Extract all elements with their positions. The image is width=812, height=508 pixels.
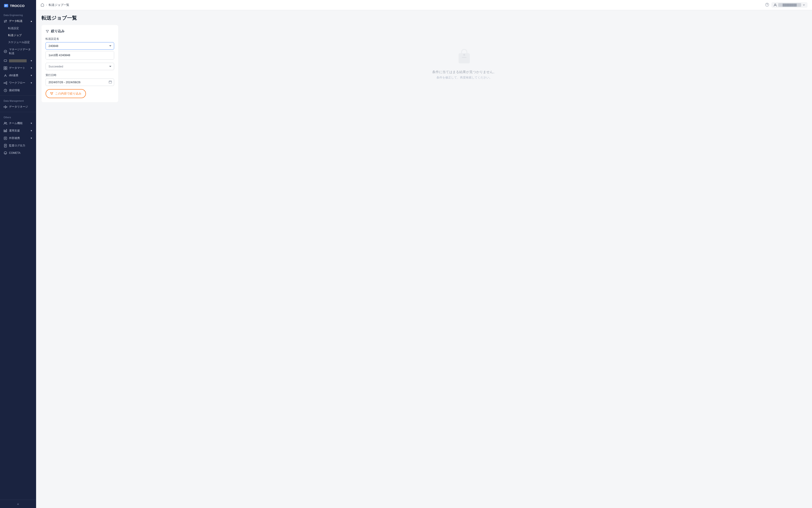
empty-state: 条件に当てはまる結果が見つかりません。 条件を修正して、再度検索してください。 [122,25,807,102]
audit-icon [4,144,7,147]
sidebar-item-transfer-settings[interactable]: 転送設定 [0,25,36,32]
svg-rect-28 [462,57,466,58]
sidebar-item-external[interactable]: 外部連携 ▼ [0,134,36,142]
sidebar-label-transfer-jobs: 転送ジョブ [8,33,22,37]
sidebar-collapse-button[interactable]: « [0,500,36,508]
transfer-icon [4,19,7,23]
sidebar-item-connection[interactable]: 接続情報 [0,87,36,94]
svg-point-24 [775,4,776,5]
svg-rect-6 [6,68,7,70]
svg-point-21 [4,152,7,154]
svg-point-15 [6,122,7,123]
filter-button-label: この内容で絞り込み [55,92,81,96]
execution-date-input[interactable] [46,79,114,86]
sidebar-label-dbt: dbt連携 [9,74,18,77]
connection-icon [4,89,7,92]
sidebar-item-datamart[interactable]: データマート ▼ [0,64,36,72]
chevron-up-icon: ▲ [30,20,33,22]
svg-point-27 [463,54,465,56]
sidebar-label-workflow: ワークフロー [9,81,25,85]
user-menu[interactable]: ████████ [771,2,808,8]
filter-icon [46,30,49,33]
user-chevron-icon [803,4,805,6]
section-data-management: Data Management [0,97,36,103]
sidebar-item-cometa[interactable]: COMETA [0,149,36,157]
sidebar-item-team[interactable]: チーム機能 ▼ [0,120,36,127]
managed-icon [4,50,7,53]
sidebar-label-lineage: データリネージ [9,105,28,109]
svg-point-8 [6,82,7,83]
filter-button[interactable]: この内容で絞り込み [46,89,86,98]
dropdown-suggestions: 1on3用 #240848 [46,51,114,59]
empty-subtitle: 条件を修正して、再度検索してください。 [436,76,492,80]
svg-point-14 [4,122,6,123]
breadcrumb-home[interactable] [41,3,44,7]
section-data-engineering: Data Engineering [0,11,36,17]
chevron-down-icon: ▼ [30,59,33,62]
help-icon [765,3,769,7]
chevron-down-icon-team: ▼ [30,122,33,125]
home-icon [41,3,44,6]
team-icon [4,122,7,125]
topbar: › 転送ジョブ一覧 ████████ [36,0,812,10]
svg-rect-3 [4,67,5,68]
svg-rect-16 [4,130,4,132]
status-select[interactable]: Succeeded [46,63,114,70]
content-layout: 絞り込み 転送設定名 240848 1on3用 #240848 [42,25,807,102]
sidebar-item-redacted[interactable]: ██████████ ▼ [0,57,36,64]
sidebar-item-dbt[interactable]: dbt連携 ▼ [0,72,36,79]
divider-2 [0,112,36,112]
divider-1 [0,95,36,96]
sidebar: TROCCO Data Engineering データ転送 ▲ 転送設定 転送ジ… [0,0,36,508]
sidebar-item-transfer-jobs[interactable]: 転送ジョブ [0,32,36,39]
user-label: ████████ [778,3,801,7]
page-title: 転送ジョブ一覧 [42,15,807,22]
sidebar-item-managed-transfer[interactable]: マネージドデータ転送 [0,46,36,57]
svg-point-23 [767,5,767,6]
lineage-icon [4,105,7,109]
transfer-setting-select[interactable]: 240848 [46,42,114,50]
execution-date-form-group: 実行日時 [46,73,114,86]
app-name: TROCCO [10,4,25,8]
sidebar-label-schedule-settings: スケジュール設定 [8,40,30,44]
redacted-icon [4,59,7,62]
sidebar-item-operations[interactable]: 運用支援 ▼ [0,127,36,134]
sidebar-item-lineage[interactable]: データリネージ [0,103,36,111]
filter-btn-icon [50,92,53,95]
filter-panel: 絞り込み 転送設定名 240848 1on3用 #240848 [42,25,118,102]
page-content: 転送ジョブ一覧 絞り込み 転送設定名 240848 [36,10,812,508]
sidebar-label-managed-transfer: マネージドデータ転送 [9,48,33,55]
dropdown-suggestion-item[interactable]: 1on3用 #240848 [46,51,114,59]
chevron-down-icon-workflow: ▼ [30,82,33,84]
workflow-icon [4,81,7,85]
svg-rect-18 [6,129,7,132]
app-logo[interactable]: TROCCO [0,0,36,11]
sidebar-item-schedule-settings[interactable]: スケジュール設定 [0,39,36,46]
user-icon [774,3,777,6]
empty-title: 条件に当てはまる結果が見つかりません。 [432,70,497,74]
section-others: Others [0,114,36,120]
datamart-icon [4,66,7,70]
sidebar-item-audit[interactable]: 監査ログ出力 [0,142,36,149]
sidebar-label-redacted: ██████████ [9,59,27,62]
svg-rect-17 [5,130,6,132]
empty-icon [455,48,473,66]
sidebar-bottom: « [0,500,36,508]
sidebar-item-workflow[interactable]: ワークフロー ▼ [0,79,36,87]
external-icon [4,136,7,140]
sidebar-item-data-transfer[interactable]: データ転送 ▲ [0,17,36,25]
help-button[interactable] [765,3,769,7]
svg-point-12 [5,108,6,108]
status-form-group: Succeeded [46,63,114,70]
chevron-down-icon-dbt: ▼ [30,74,33,77]
date-input-wrap [46,79,114,86]
svg-rect-5 [4,68,5,70]
main-area: › 転送ジョブ一覧 ████████ [36,0,812,508]
sidebar-label-operations: 運用支援 [9,129,20,133]
sidebar-label-cometa: COMETA [9,152,20,155]
svg-point-10 [4,107,4,107]
sidebar-label-transfer-settings: 転送設定 [8,27,19,30]
execution-date-label: 実行日時 [46,73,114,77]
svg-rect-2 [4,60,7,61]
breadcrumb-separator: › [46,3,47,6]
